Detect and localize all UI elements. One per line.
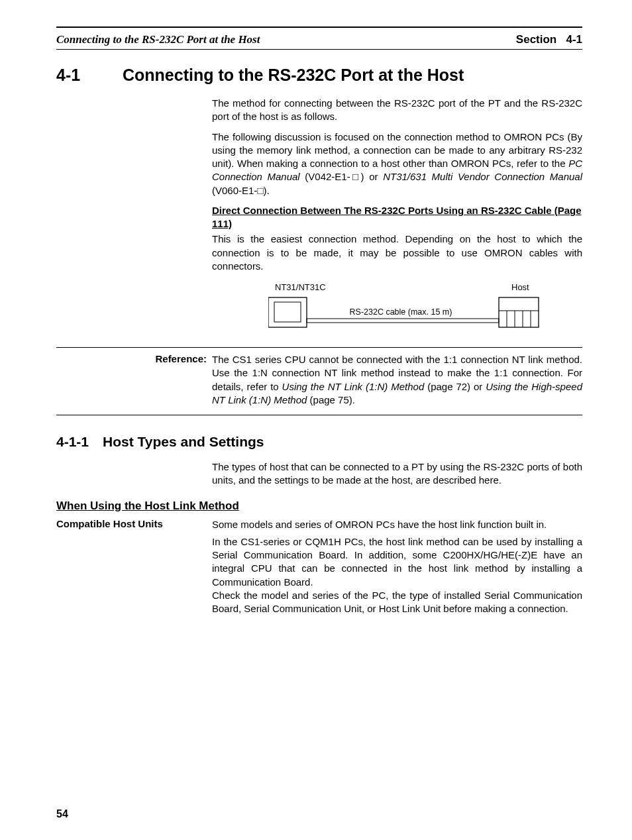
header-section-num: 4-1 (566, 33, 582, 46)
paragraph-4: The types of host that can be connected … (212, 460, 582, 488)
diagram-right-label: Host (511, 282, 529, 292)
paragraph-6: In the CS1-series or CQM1H PCs, the host… (212, 535, 582, 589)
header-section-label: Section (516, 33, 556, 46)
subsection-title: Host Types and Settings (103, 434, 264, 450)
para2-ref-manual-2: NT31/631 Multi Vendor Connection Manual (383, 171, 582, 182)
section-number: 4-1 (56, 66, 123, 85)
subsection-number: 4-1-1 (56, 434, 103, 450)
header-rule-bottom (56, 49, 582, 50)
paragraph-5: Some models and series of OMRON PCs have… (212, 518, 582, 531)
para2-text-a: The following discussion is focused on t… (212, 131, 582, 170)
reference-block: Reference: The CS1 series CPU cannot be … (56, 347, 582, 415)
section-heading: 4-1 Connecting to the RS-232C Port at th… (56, 66, 582, 85)
page-header: Connecting to the RS-232C Port at the Ho… (56, 33, 582, 46)
svg-rect-2 (307, 319, 499, 323)
paragraph-7: Check the model and series of the PC, th… (212, 589, 582, 616)
connection-diagram: NT31/NT31C Host RS-232C cable (max. 15 m… (212, 282, 582, 335)
paragraph-2: The following discussion is focused on t… (212, 131, 582, 197)
ref-text-e: (page 75). (307, 394, 355, 405)
section-title: Connecting to the RS-232C Port at the Ho… (123, 66, 464, 85)
para2-text-d: ) or (361, 171, 384, 182)
para2-text-g: ). (263, 185, 269, 196)
compatible-hosts-row: Compatible Host Units Some models and se… (56, 518, 582, 531)
para2-text-f: (V060-E1- (212, 185, 257, 196)
svg-rect-3 (499, 297, 539, 327)
paragraph-3: This is the easiest connection method. D… (212, 233, 582, 273)
page-number: 54 (56, 808, 68, 820)
diagram-svg: RS-232C cable (max. 15 m) (268, 294, 547, 333)
header-section: Section 4-1 (516, 33, 582, 46)
ref-text-c: (page 72) or (424, 381, 486, 392)
side-label-compatible: Compatible Host Units (56, 518, 212, 529)
reference-label: Reference: (56, 353, 212, 364)
diagram-left-label: NT31/NT31C (275, 282, 326, 292)
svg-rect-1 (274, 302, 301, 322)
subheading-host-link: When Using the Host Link Method (56, 499, 582, 513)
paragraph-1: The method for connecting between the RS… (212, 97, 582, 124)
cable-label: RS-232C cable (max. 15 m) (350, 307, 452, 317)
header-title: Connecting to the RS-232C Port at the Ho… (56, 33, 260, 46)
direct-connection-link[interactable]: Direct Connection Between The RS-232C Po… (212, 204, 582, 231)
subsection-heading: 4-1-1 Host Types and Settings (56, 434, 582, 450)
placeholder-box-icon (350, 171, 361, 182)
ref-link-1: Using the NT Link (1:N) Method (282, 381, 425, 392)
reference-text: The CS1 series CPU cannot be connected w… (212, 353, 582, 407)
para2-text-c: (V042-E1- (300, 171, 350, 182)
header-rule-top (56, 26, 582, 28)
